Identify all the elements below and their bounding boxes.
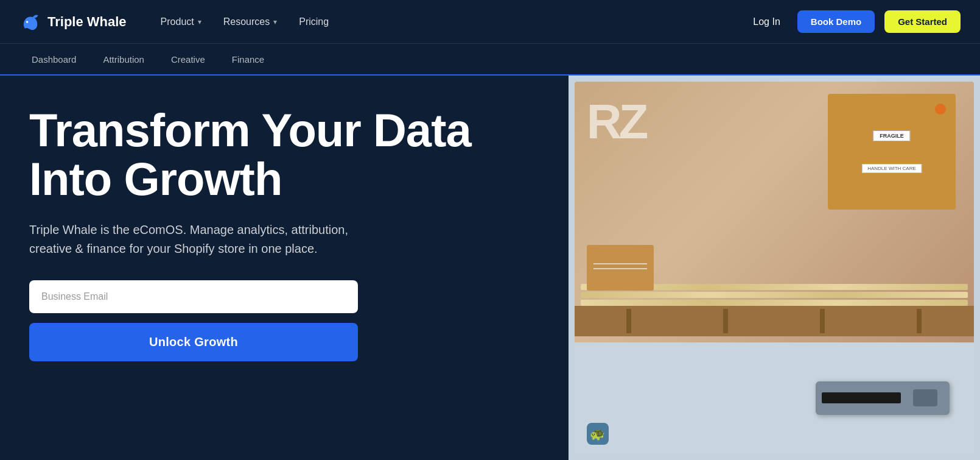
svg-point-0 (26, 21, 29, 23)
pallet-base (575, 306, 974, 336)
logo-text: Triple Whale (47, 14, 127, 30)
device-icon: 🐢 (587, 423, 609, 445)
sub-nav-dashboard[interactable]: Dashboard (19, 49, 88, 69)
packages-scene: RZ FRAGILE HANDLE WITH CARE (575, 82, 974, 342)
get-started-button[interactable]: Get Started (884, 10, 961, 33)
hero-title: Transform Your Data Into Growth (29, 106, 539, 203)
handle-care-label: HANDLE WITH CARE (862, 164, 922, 173)
book-demo-button[interactable]: Book Demo (797, 10, 875, 33)
email-input-wrapper (29, 280, 358, 313)
unlock-growth-button[interactable]: Unlock Growth (29, 323, 358, 361)
hero-subtitle: Triple Whale is the eComOS. Manage analy… (29, 221, 370, 258)
main-content: Transform Your Data Into Growth Triple W… (0, 76, 980, 460)
package-dot (935, 104, 946, 115)
nav-pricing[interactable]: Pricing (289, 12, 338, 32)
sub-nav-attribution[interactable]: Attribution (91, 49, 156, 69)
main-nav: Triple Whale Product ▾ Resources ▾ Prici… (0, 0, 980, 44)
device-button (913, 389, 937, 406)
nav-resources[interactable]: Resources ▾ (214, 12, 287, 32)
sub-nav: Dashboard Attribution Creative Finance (0, 44, 980, 76)
bg-letters-decoration: RZ (587, 94, 646, 150)
screen-area: 🐢 (575, 342, 974, 454)
resources-chevron-icon: ▾ (273, 18, 277, 26)
product-mockup: RZ FRAGILE HANDLE WITH CARE (569, 76, 980, 460)
sub-nav-creative[interactable]: Creative (159, 49, 217, 69)
login-button[interactable]: Log In (746, 12, 787, 32)
sub-nav-finance[interactable]: Finance (220, 49, 276, 69)
nav-resources-label: Resources (223, 16, 270, 27)
nav-actions: Log In Book Demo Get Started (746, 10, 961, 33)
redacted-bar (822, 392, 901, 403)
small-package (587, 245, 654, 291)
logo-link[interactable]: Triple Whale (19, 11, 127, 33)
nav-product-label: Product (161, 16, 194, 27)
nav-product[interactable]: Product ▾ (151, 12, 211, 32)
logo-icon (19, 11, 41, 33)
nav-links: Product ▾ Resources ▾ Pricing (151, 12, 746, 32)
hero-right: RZ FRAGILE HANDLE WITH CARE (569, 76, 980, 460)
mockup-inner: RZ FRAGILE HANDLE WITH CARE (575, 82, 974, 454)
nav-pricing-label: Pricing (299, 16, 329, 27)
hero-left: Transform Your Data Into Growth Triple W… (0, 76, 569, 460)
large-package: FRAGILE HANDLE WITH CARE (828, 94, 956, 210)
screen-device (816, 381, 950, 415)
fragile-label: FRAGILE (873, 130, 911, 141)
email-input[interactable] (29, 280, 358, 313)
product-chevron-icon: ▾ (198, 18, 201, 26)
